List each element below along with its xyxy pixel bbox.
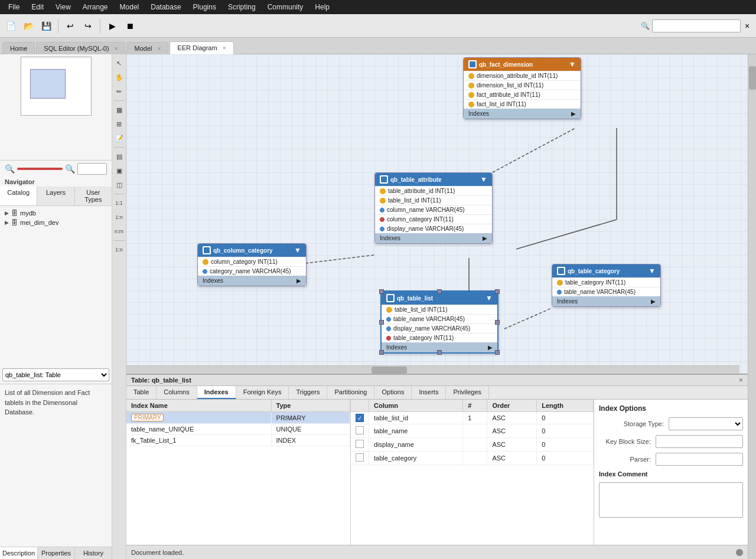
table-list-menu[interactable]: ▼ bbox=[485, 294, 493, 302]
icol-check-4[interactable] bbox=[351, 452, 369, 465]
layer-tool[interactable]: ⊞ bbox=[113, 117, 126, 130]
fact-dimension-menu[interactable]: ▼ bbox=[569, 60, 576, 68]
diagram-area[interactable]: qb_fact_dimension ▼ dimension_attribute_… bbox=[126, 54, 748, 374]
eer-table-qb-column-category[interactable]: qb_column_category ▼ column_category INT… bbox=[197, 243, 307, 286]
left-bottom-tab-description[interactable]: Description bbox=[0, 547, 38, 559]
zoom-slider[interactable] bbox=[17, 168, 63, 170]
search-input[interactable] bbox=[652, 19, 741, 32]
left-tab-layers[interactable]: Layers bbox=[37, 187, 74, 205]
new-button[interactable]: 📄 bbox=[2, 18, 19, 34]
resize-mr[interactable] bbox=[495, 320, 500, 325]
h-scrollbar[interactable] bbox=[126, 365, 739, 374]
left-bottom-tab-properties[interactable]: Properties bbox=[38, 547, 75, 559]
resize-ml[interactable] bbox=[379, 320, 384, 325]
table-tool2[interactable]: ▣ bbox=[113, 164, 126, 177]
menu-database[interactable]: Database bbox=[145, 2, 187, 12]
note-tool[interactable]: 📝 bbox=[113, 132, 126, 145]
hand-tool[interactable]: ✋ bbox=[113, 71, 126, 84]
key-block-size-input[interactable]: 0 bbox=[656, 435, 743, 448]
storage-type-select[interactable] bbox=[669, 417, 743, 430]
schema-select[interactable]: qb_table_list: Table bbox=[2, 368, 109, 381]
bottom-tab-foreign-keys[interactable]: Foreign Keys bbox=[236, 386, 289, 399]
eer-table-qb-table-attribute[interactable]: qb_table_attribute ▼ table_attribute_id … bbox=[374, 172, 493, 244]
eer-table-qb-table-list[interactable]: qb_table_list ▼ table_list_id INT(11) ta… bbox=[380, 290, 498, 354]
diagram-scrollbar[interactable] bbox=[748, 54, 756, 559]
bottom-tab-partitioning[interactable]: Partitioning bbox=[327, 386, 374, 399]
search-clear-button[interactable]: × bbox=[741, 19, 754, 32]
menu-view[interactable]: View bbox=[50, 2, 77, 12]
tree-item-mei-dim-dev[interactable]: ▶ 🗄 mei_dim_dev bbox=[2, 218, 109, 227]
tattr-indexes[interactable]: Indexes ▶ bbox=[375, 233, 492, 243]
v-scrollbar-thumb[interactable] bbox=[749, 66, 756, 90]
bottom-tab-privileges[interactable]: Privileges bbox=[446, 386, 489, 399]
tab-sql-editor[interactable]: SQL Editor (MySQL-0) × bbox=[36, 42, 125, 54]
eer-table-qb-fact-dimension[interactable]: qb_fact_dimension ▼ dimension_attribute_… bbox=[463, 57, 581, 119]
tree-item-mydb[interactable]: ▶ 🗄 mydb bbox=[2, 208, 109, 218]
view-tool[interactable]: ◫ bbox=[113, 178, 126, 191]
rel-tool4[interactable]: 1:n bbox=[113, 243, 126, 256]
icol-check-2[interactable] bbox=[351, 424, 369, 438]
zoom-value-input[interactable]: 100 bbox=[77, 163, 107, 175]
tab-eer-diagram-close[interactable]: × bbox=[223, 45, 226, 51]
table-attribute-menu[interactable]: ▼ bbox=[480, 175, 487, 184]
tab-model[interactable]: Model × bbox=[126, 42, 168, 54]
grid-tool[interactable]: ▦ bbox=[113, 103, 126, 116]
bottom-tab-indexes[interactable]: Indexes bbox=[197, 386, 236, 399]
index-row-primary[interactable]: PRIMARY PRIMARY bbox=[126, 412, 350, 424]
redo-button[interactable]: ↪ bbox=[80, 18, 96, 34]
bottom-tab-options[interactable]: Options bbox=[374, 386, 412, 399]
eraser-tool[interactable]: ✏ bbox=[113, 85, 126, 98]
resize-tl[interactable] bbox=[379, 289, 384, 294]
left-bottom-tab-history[interactable]: History bbox=[75, 547, 112, 559]
menu-file[interactable]: File bbox=[2, 2, 25, 12]
menu-model[interactable]: Model bbox=[114, 2, 145, 12]
bottom-tab-triggers[interactable]: Triggers bbox=[289, 386, 327, 399]
menu-plugins[interactable]: Plugins bbox=[187, 2, 222, 12]
undo-button[interactable]: ↩ bbox=[62, 18, 79, 34]
table-category-menu[interactable]: ▼ bbox=[649, 267, 656, 275]
menu-community[interactable]: Community bbox=[262, 2, 309, 12]
fact-dim-indexes[interactable]: Indexes ▶ bbox=[464, 109, 581, 119]
resize-br[interactable] bbox=[495, 350, 500, 355]
rel-nm-tool[interactable]: 1:n bbox=[113, 211, 126, 224]
zoom-in-icon[interactable]: 🔍 bbox=[65, 164, 75, 174]
select-tool[interactable]: ↖ bbox=[113, 57, 126, 70]
rel-tool3[interactable]: n:m bbox=[113, 225, 126, 238]
resize-tr[interactable] bbox=[495, 289, 500, 294]
resize-bl[interactable] bbox=[379, 350, 384, 355]
open-button[interactable]: 📂 bbox=[20, 18, 37, 34]
table-tool[interactable]: ▤ bbox=[113, 150, 126, 163]
menu-edit[interactable]: Edit bbox=[25, 2, 50, 12]
parser-input[interactable] bbox=[656, 453, 743, 466]
cccat-indexes[interactable]: Indexes ▶ bbox=[198, 276, 306, 286]
rel-1n-tool[interactable]: 1:1 bbox=[113, 197, 126, 210]
zoom-out-icon[interactable]: 🔍 bbox=[5, 164, 15, 174]
resize-bm[interactable] bbox=[437, 350, 442, 355]
column-category-menu[interactable]: ▼ bbox=[294, 246, 301, 254]
menu-arrange[interactable]: Arrange bbox=[77, 2, 114, 12]
left-tab-catalog[interactable]: Catalog bbox=[0, 187, 37, 205]
menu-help[interactable]: Help bbox=[309, 2, 335, 12]
resize-tm[interactable] bbox=[437, 289, 442, 294]
eer-table-qb-table-category[interactable]: qb_table_category ▼ table_category INT(1… bbox=[552, 264, 661, 307]
bottom-tab-inserts[interactable]: Inserts bbox=[412, 386, 446, 399]
icol-check-3[interactable] bbox=[351, 438, 369, 452]
menu-scripting[interactable]: Scripting bbox=[222, 2, 262, 12]
left-tab-user-types[interactable]: User Types bbox=[75, 187, 112, 205]
h-scrollbar-thumb[interactable] bbox=[372, 367, 407, 374]
tab-sql-editor-close[interactable]: × bbox=[115, 45, 118, 52]
stop-button[interactable]: ⏹ bbox=[122, 18, 138, 34]
index-row-fk[interactable]: fk_Table_List_1 INDEX bbox=[126, 435, 350, 446]
index-comment-textarea[interactable] bbox=[599, 482, 743, 518]
tcat-indexes[interactable]: Indexes ▶ bbox=[552, 296, 660, 306]
tab-home[interactable]: Home bbox=[2, 42, 35, 54]
save-button[interactable]: 💾 bbox=[38, 18, 54, 34]
bottom-tab-columns[interactable]: Columns bbox=[157, 386, 197, 399]
tab-eer-diagram[interactable]: EER Diagram × bbox=[170, 41, 233, 54]
bottom-tab-table[interactable]: Table bbox=[126, 386, 157, 399]
bottom-panel-close[interactable]: × bbox=[739, 376, 743, 384]
execute-button[interactable]: ▶ bbox=[104, 18, 120, 34]
index-row-unique[interactable]: table_name_UNIQUE UNIQUE bbox=[126, 424, 350, 435]
tab-model-close[interactable]: × bbox=[158, 45, 161, 52]
icol-check-1[interactable]: ✓ bbox=[351, 412, 369, 424]
